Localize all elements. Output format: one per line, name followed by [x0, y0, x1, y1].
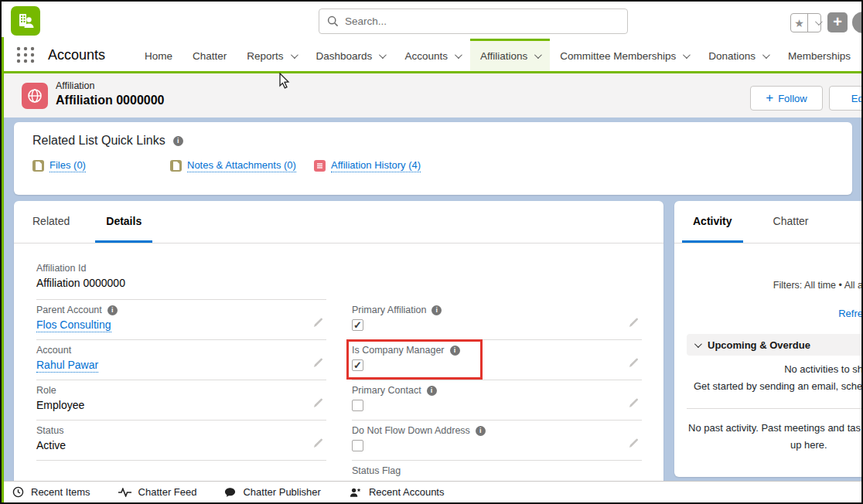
global-search — [319, 9, 628, 34]
primary-affiliation-checkbox — [352, 319, 363, 331]
clock-icon — [12, 486, 24, 498]
record-meta: Affiliation Affiliation 0000000 — [56, 80, 165, 107]
favorites-caret-icon[interactable] — [808, 14, 820, 32]
notes-attachments-link[interactable]: Notes & Attachments (0) — [170, 159, 296, 172]
edit-pencil-icon[interactable] — [629, 357, 639, 371]
edit-pencil-icon[interactable] — [629, 317, 639, 331]
activity-panel: Activity Chatter Filters: All time • All… — [674, 201, 863, 477]
detail-fields-left: Affiliation Id Affiliation 0000000 Paren… — [36, 258, 326, 461]
tab-reports[interactable]: Reports — [237, 39, 305, 71]
affiliation-history-link[interactable]: Affiliation History (4) — [314, 159, 421, 172]
tab-dashboards[interactable]: Dashboards — [306, 39, 395, 71]
utility-chatter-publisher[interactable]: Chatter Publisher — [224, 486, 320, 498]
info-icon[interactable] — [173, 136, 183, 146]
files-link[interactable]: Files (0) — [32, 159, 86, 172]
chevron-down-icon — [379, 51, 387, 59]
account-link[interactable]: Rahul Pawar — [36, 359, 98, 373]
tab-related[interactable]: Related — [22, 201, 80, 243]
info-icon[interactable] — [450, 346, 460, 356]
upcoming-overdue-section[interactable]: Upcoming & Overdue — [687, 334, 863, 356]
edit-button[interactable]: Edit — [829, 86, 863, 111]
divider — [687, 408, 863, 409]
plus-icon — [766, 90, 773, 106]
utility-chatter-feed[interactable]: Chatter Feed — [118, 486, 197, 498]
affiliation-globe-icon — [22, 83, 48, 109]
tab-affiliations[interactable]: Affiliations — [470, 39, 550, 71]
quick-links-title: Related List Quick Links — [32, 134, 183, 148]
nav-bar: Accounts Home Chatter Reports Dashboards… — [2, 39, 861, 73]
utility-bar: Recent Items Chatter Feed Chatter Publis… — [2, 481, 861, 502]
tab-activity[interactable]: Activity — [682, 201, 743, 243]
app-launcher-icon[interactable] — [15, 45, 36, 65]
section-title: Upcoming & Overdue — [708, 339, 810, 351]
empty-state-text: Get started by sending an email, sche — [674, 380, 863, 392]
notifications-icon[interactable] — [852, 12, 863, 33]
tab-memberships[interactable]: Memberships — [778, 39, 861, 71]
tab-details[interactable]: Details — [95, 201, 152, 243]
entity-label: Affiliation — [56, 80, 165, 91]
field-status: Status Active — [36, 421, 326, 461]
org-logo-icon[interactable] — [11, 6, 40, 36]
empty-state-text: No past activity. Past meetings and tas — [674, 422, 863, 434]
tab-committee-memberships[interactable]: Committee Memberships — [550, 39, 698, 71]
favorites-control — [790, 13, 821, 32]
field-primary-contact: Primary Contact — [352, 380, 642, 421]
edit-pencil-icon[interactable] — [313, 357, 323, 371]
page-title: Affiliation 0000000 — [56, 94, 165, 107]
refresh-link[interactable]: Refre — [674, 308, 863, 319]
role-value: Employee — [36, 399, 326, 411]
tab-home[interactable]: Home — [135, 39, 182, 71]
search-icon — [327, 15, 339, 27]
activity-filters-text: Filters: All time • All a — [674, 280, 863, 291]
record-detail-card: Related Details Affiliation Id Affiliati… — [14, 201, 663, 484]
chevron-down-icon — [534, 51, 542, 59]
utility-recent-accounts[interactable]: Recent Accounts — [349, 486, 445, 498]
nav-tabs: Home Chatter Reports Dashboards Accounts… — [135, 39, 861, 71]
chevron-down-icon — [455, 51, 462, 59]
do-not-flow-down-address-checkbox — [352, 440, 363, 451]
pulse-icon — [118, 488, 131, 497]
field-account: Account Rahul Pawar — [36, 340, 326, 380]
parent-account-link[interactable]: Flos Consulting — [36, 318, 111, 332]
search-input[interactable] — [345, 15, 619, 27]
field-is-company-manager: Is Company Manager — [352, 340, 642, 380]
field-spacer — [352, 258, 642, 300]
field-do-not-flow-down-address: Do Not Flow Down Address — [352, 421, 642, 461]
app-name: Accounts — [48, 47, 130, 63]
field-affiliation-id: Affiliation Id Affiliation 0000000 — [36, 258, 326, 300]
follow-button[interactable]: Follow — [750, 86, 823, 111]
info-icon[interactable] — [107, 305, 118, 315]
speech-bubble-icon — [224, 487, 236, 498]
edit-pencil-icon[interactable] — [313, 397, 323, 411]
affiliation-id-value: Affiliation 0000000 — [36, 277, 326, 289]
info-icon[interactable] — [476, 426, 486, 436]
global-header — [2, 2, 861, 39]
record-header: Affiliation Affiliation 0000000 Follow E… — [2, 73, 861, 117]
file-icon — [32, 160, 44, 172]
field-parent-account: Parent Account Flos Consulting — [36, 300, 326, 340]
edit-pencil-icon[interactable] — [313, 438, 323, 451]
empty-state-text: No activities to sh — [674, 363, 863, 375]
note-icon — [170, 160, 182, 172]
utility-recent-items[interactable]: Recent Items — [12, 486, 90, 498]
history-icon — [314, 160, 326, 172]
chevron-down-icon — [694, 340, 702, 348]
edit-pencil-icon[interactable] — [629, 438, 639, 451]
favorites-star-icon[interactable] — [791, 14, 808, 32]
chevron-down-icon — [291, 51, 298, 59]
building-person-icon — [16, 12, 35, 30]
global-add-icon[interactable] — [827, 12, 848, 32]
primary-contact-checkbox — [352, 400, 363, 411]
info-icon[interactable] — [432, 305, 442, 315]
edit-pencil-icon[interactable] — [629, 397, 639, 411]
edit-pencil-icon[interactable] — [313, 317, 323, 331]
tab-donations[interactable]: Donations — [698, 39, 778, 71]
chevron-down-icon — [683, 51, 691, 59]
is-company-manager-checkbox — [352, 359, 363, 371]
info-icon[interactable] — [427, 386, 437, 396]
tab-chatter-panel[interactable]: Chatter — [762, 201, 820, 243]
app-window: Accounts Home Chatter Reports Dashboards… — [0, 0, 863, 504]
tab-accounts[interactable]: Accounts — [394, 39, 470, 71]
tab-chatter[interactable]: Chatter — [182, 39, 237, 71]
related-list-quick-links-card: Related List Quick Links Files (0) Notes… — [14, 122, 852, 195]
